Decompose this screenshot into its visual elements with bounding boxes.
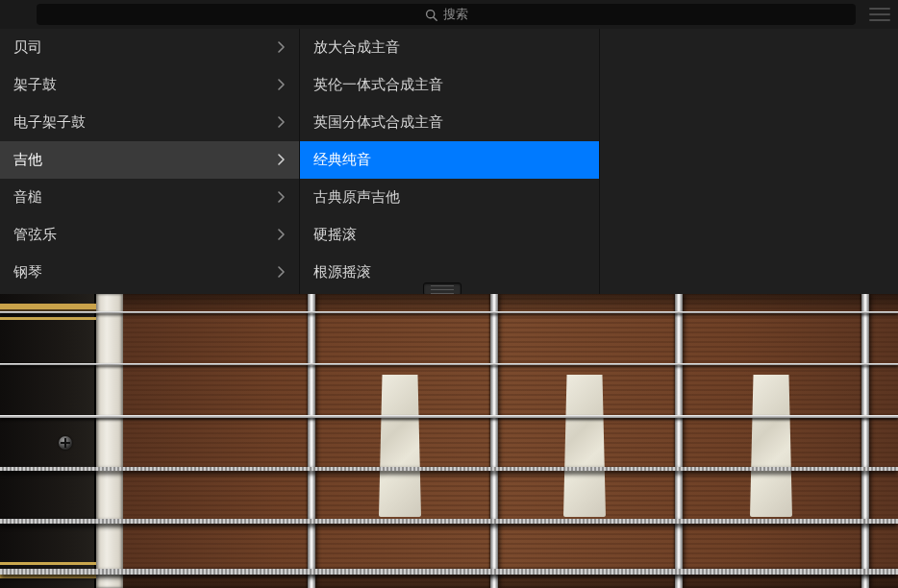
category-column: 贝司 架子鼓 电子架子鼓 吉他 音槌 管弦乐 钢琴 [0,29,300,294]
preset-label: 硬摇滚 [313,226,357,244]
category-label: 钢琴 [13,263,42,282]
chevron-right-icon [278,264,286,281]
preset-label: 根源摇滚 [313,263,371,282]
category-label: 音槌 [13,188,42,207]
preset-item[interactable]: 英伦一体式合成主音 [300,66,599,104]
guitar-nut [96,294,123,588]
guitar-fret [675,294,683,588]
category-item[interactable]: 音槌 [0,179,299,216]
category-label: 贝司 [13,38,42,57]
browser-empty-column [600,29,898,294]
svg-line-1 [433,16,436,19]
category-label: 管弦乐 [13,226,57,244]
preset-item-selected[interactable]: 经典纯音 [300,141,599,179]
chevron-right-icon [278,39,286,56]
search-field[interactable]: 搜索 [37,4,856,25]
search-icon [425,9,437,21]
guitar-string-4[interactable] [0,467,898,471]
menu-icon[interactable] [869,8,890,21]
preset-label: 古典原声吉他 [313,188,400,207]
category-item[interactable]: 管弦乐 [0,216,299,254]
preset-label: 放大合成主音 [313,38,400,57]
preset-label: 经典纯音 [313,151,371,169]
guitar-fretboard[interactable] [0,294,898,588]
category-label: 电子架子鼓 [13,113,86,132]
guitar-string-1[interactable] [0,311,898,313]
search-placeholder: 搜索 [443,6,468,23]
fret-inlay [563,375,606,517]
guitar-string-5[interactable] [0,519,898,524]
category-item-selected[interactable]: 吉他 [0,141,299,179]
top-bar: 搜索 [0,0,898,29]
guitar-fret [308,294,315,588]
category-label: 架子鼓 [13,76,57,94]
guitar-fret [490,294,498,588]
preset-item[interactable]: 英国分体式合成主音 [300,104,599,141]
fret-inlay [379,375,421,517]
category-item[interactable]: 电子架子鼓 [0,104,299,141]
fret-inlay [750,375,792,517]
chevron-right-icon [278,189,286,206]
preset-label: 英国分体式合成主音 [313,113,443,132]
preset-item[interactable]: 古典原声吉他 [300,179,599,216]
preset-column: 放大合成主音 英伦一体式合成主音 英国分体式合成主音 经典纯音 古典原声吉他 硬… [300,29,600,294]
guitar-string-6[interactable] [0,569,898,575]
chevron-right-icon [278,77,286,93]
category-item[interactable]: 贝司 [0,29,299,66]
category-item[interactable]: 钢琴 [0,254,299,291]
chevron-right-icon [278,114,286,131]
guitar-string-3[interactable] [0,415,898,418]
preset-item[interactable]: 硬摇滚 [300,216,599,254]
guitar-fret [861,294,869,588]
chevron-right-icon [278,152,286,168]
preset-label: 英伦一体式合成主音 [313,76,443,94]
category-item[interactable]: 架子鼓 [0,66,299,104]
chevron-right-icon [278,227,286,243]
preset-item[interactable]: 放大合成主音 [300,29,599,66]
truss-rod-screw-icon [59,436,72,450]
sound-browser: 贝司 架子鼓 电子架子鼓 吉他 音槌 管弦乐 钢琴 放大合成主音 [0,29,898,294]
guitar-string-2[interactable] [0,363,898,365]
category-label: 吉他 [13,151,42,169]
